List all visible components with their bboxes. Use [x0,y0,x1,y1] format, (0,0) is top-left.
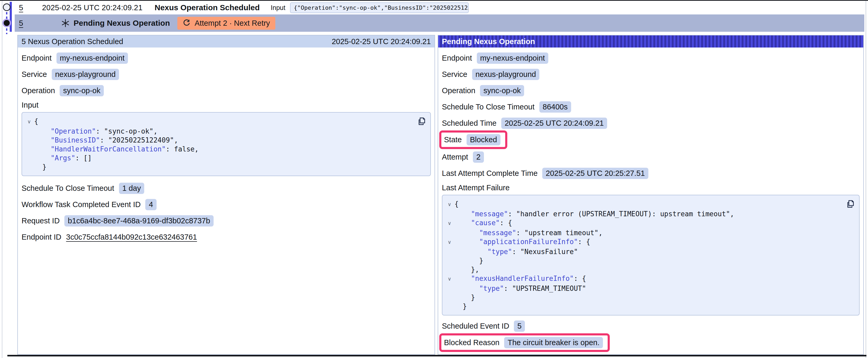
field-label: Endpoint [442,54,472,62]
code-text: "cause": { [455,218,512,228]
field-value-chip: sync-op-ok [60,85,104,96]
field-attempt: Attempt 2 [442,151,860,163]
field-value-chip: 4 [145,199,156,210]
code-gutter [24,136,34,144]
code-text: "applicationFailureInfo": { [455,237,590,247]
input-section-label: Input [22,101,39,109]
input-section-label-row: Input [22,100,431,109]
field-label: Scheduled Time [442,119,497,128]
json-code-line: ∨ "cause": { [444,218,843,228]
json-code-line: ∨{ [444,199,843,209]
field-label: Service [442,70,467,79]
state-highlight-annotation: State Blocked [439,130,507,149]
code-text: "type": "NexusFailure" [455,247,578,256]
field-label: Endpoint ID [22,233,61,241]
json-code-line: }, [444,265,843,274]
pending-panel-header: Pending Nexus Operation [438,35,863,47]
field-label: State [444,135,462,144]
input-json-viewer: ∨{ "Operation": "sync-op-ok", "BusinessI… [22,112,431,176]
code-gutter [444,265,455,274]
event-row-pending-selected[interactable]: 5 Pending Nexus Operation Attempt 2 · Ne… [15,14,864,32]
failure-json-viewer: ∨{ "message": "handler error (UPSTREAM_T… [442,195,860,316]
pending-event-title: Pending Nexus Operation [73,19,170,28]
code-gutter [24,127,34,136]
code-text: { [455,199,459,209]
collapse-caret-icon[interactable]: ∨ [444,199,455,209]
collapse-caret-icon[interactable]: ∨ [444,237,455,247]
left-rail-divider [2,1,2,358]
code-text: } [455,302,467,311]
event-id-link[interactable]: 5 [19,19,30,28]
event-row-scheduled[interactable]: 5 2025-02-25 UTC 20:24:09.21 Nexus Opera… [15,1,864,14]
event-timestamp: 2025-02-25 UTC 20:24:09.21 [42,3,143,12]
field-workflow-task-completed-event-id: Workflow Task Completed Event ID 4 [22,199,431,210]
copy-icon[interactable] [845,199,855,209]
field-scheduled-event-id: Scheduled Event ID 5 [442,320,860,332]
field-value-chip: 86400s [539,101,571,112]
collapse-caret-icon[interactable]: ∨ [444,218,455,228]
field-scheduled-time: Scheduled Time 2025-02-25 UTC 20:24:09.2… [442,117,860,129]
json-code-line: "BusinessID": "20250225122409", [24,136,414,144]
json-code-line: "type": "UPSTREAM_TIMEOUT" [444,284,843,293]
copy-icon[interactable] [416,116,426,126]
scheduled-event-panel: 5 Nexus Operation Scheduled 2025-02-25 U… [17,35,435,355]
code-gutter [444,228,455,237]
code-text: "message": "upstream timeout", [455,228,603,237]
field-value-chip: 2025-02-25 UTC 20:24:09.21 [501,118,607,129]
field-value-chip: my-nexus-endpoint [57,53,128,64]
field-label: Operation [442,86,475,95]
field-service: Service nexus-playground [22,68,431,80]
field-label: Schedule To Close Timeout [442,103,535,111]
json-code-line: ∨ "applicationFailureInfo": { [444,237,843,247]
scheduled-panel-timestamp: 2025-02-25 UTC 20:24:09.21 [332,37,431,46]
code-gutter [444,293,455,302]
json-code-line: "type": "NexusFailure" [444,247,843,256]
field-endpoint: Endpoint my-nexus-endpoint [22,52,431,64]
json-code-line: "message": "upstream timeout", [444,228,843,237]
scheduled-panel-header: 5 Nexus Operation Scheduled 2025-02-25 U… [18,35,435,47]
event-id-link[interactable]: 5 [19,3,30,12]
input-preview-chip[interactable]: {"Operation":"sync-op-ok","BusinessID":"… [290,2,469,13]
field-label: Blocked Reason [444,338,499,347]
event-title: Nexus Operation Scheduled [154,3,259,12]
code-text: "Args": [] [34,154,92,162]
field-value-chip: my-nexus-endpoint [477,53,549,64]
code-gutter [24,162,34,171]
field-value-chip: 2025-02-25 UTC 20:25:27.51 [542,168,648,179]
json-code-line: "Operation": "sync-op-ok", [24,127,414,136]
collapse-caret-icon[interactable]: ∨ [444,274,455,284]
code-text: { [34,117,38,127]
nexus-event-detail-page: 5 2025-02-25 UTC 20:24:09.21 Nexus Opera… [0,0,868,358]
field-value-chip: 5 [514,321,525,332]
endpoint-id-link[interactable]: 3c0c75ccfa8144b092c13ce632463761 [66,233,197,241]
field-endpoint-id: Endpoint ID 3c0c75ccfa8144b092c13ce63246… [22,231,431,243]
code-text: "HandlerWaitForCancellation": false, [34,144,198,154]
code-gutter [444,302,455,311]
field-label: Attempt [442,153,468,161]
timeline-filled-dot-icon [2,19,11,27]
code-gutter [444,247,455,256]
json-code-line: "message": "handler error (UPSTREAM_TIME… [444,209,843,218]
scheduled-panel-title: 5 Nexus Operation Scheduled [22,37,123,46]
field-last-attempt-complete-time: Last Attempt Complete Time 2025-02-25 UT… [442,167,860,179]
field-endpoint: Endpoint my-nexus-endpoint [442,52,860,64]
code-text: "message": "handler error (UPSTREAM_TIME… [455,209,734,218]
field-service: Service nexus-playground [442,68,860,80]
field-value-chip: b1c6a4bc-8ee7-468a-9169-df3b02c8737b [64,215,214,227]
field-label: Endpoint [22,54,52,62]
attempt-retry-badge-label: Attempt 2 · Next Retry [195,19,270,28]
field-schedule-to-close-timeout: Schedule To Close Timeout 86400s [442,101,860,112]
retry-icon [183,19,190,27]
field-value-chip: nexus-playground [472,69,539,80]
json-code-line: "HandlerWaitForCancellation": false, [24,144,414,154]
blocked-reason-highlight-annotation: Blocked Reason The circuit breaker is op… [439,333,610,352]
code-gutter [444,209,455,218]
failure-section-label: Last Attempt Failure [442,184,510,192]
field-blocked-reason-row: Blocked Reason The circuit breaker is op… [442,333,860,352]
field-request-id: Request ID b1c6a4bc-8ee7-468a-9169-df3b0… [22,215,431,227]
code-gutter [444,284,455,293]
collapse-caret-icon[interactable]: ∨ [24,117,34,127]
scrollbar-track[interactable] [866,1,866,358]
code-text: "nexusHandlerFailureInfo": { [455,274,586,284]
field-value-chip: 1 day [119,183,145,194]
